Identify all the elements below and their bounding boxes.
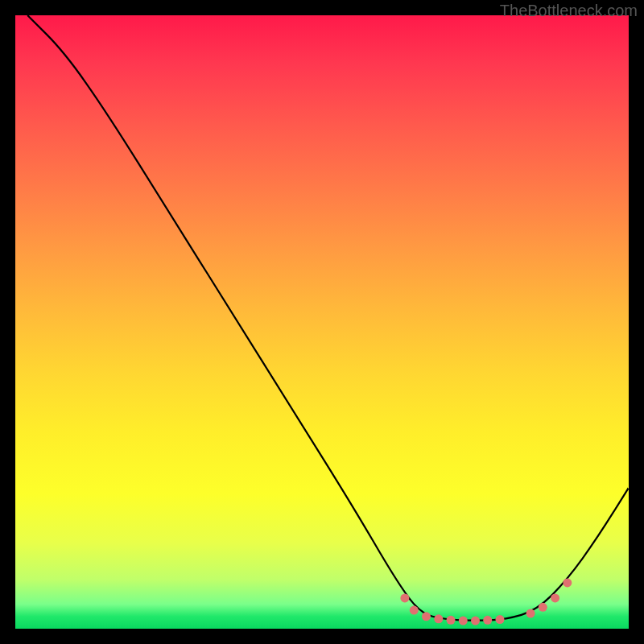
- data-markers: [400, 578, 572, 625]
- data-marker: [496, 615, 505, 624]
- data-marker: [447, 616, 456, 625]
- data-marker: [422, 612, 431, 621]
- data-marker: [459, 617, 468, 625]
- bottleneck-curve: [27, 15, 629, 621]
- data-marker: [410, 606, 419, 615]
- data-marker: [526, 609, 535, 618]
- data-marker: [551, 593, 559, 602]
- plot-area: [15, 15, 629, 629]
- data-marker: [563, 578, 572, 587]
- data-marker: [483, 616, 492, 625]
- chart-svg: [15, 15, 629, 629]
- data-marker: [400, 593, 409, 602]
- data-marker: [471, 617, 480, 625]
- data-marker: [539, 603, 547, 612]
- data-marker: [434, 614, 443, 623]
- watermark-text: TheBottleneck.com: [500, 2, 638, 20]
